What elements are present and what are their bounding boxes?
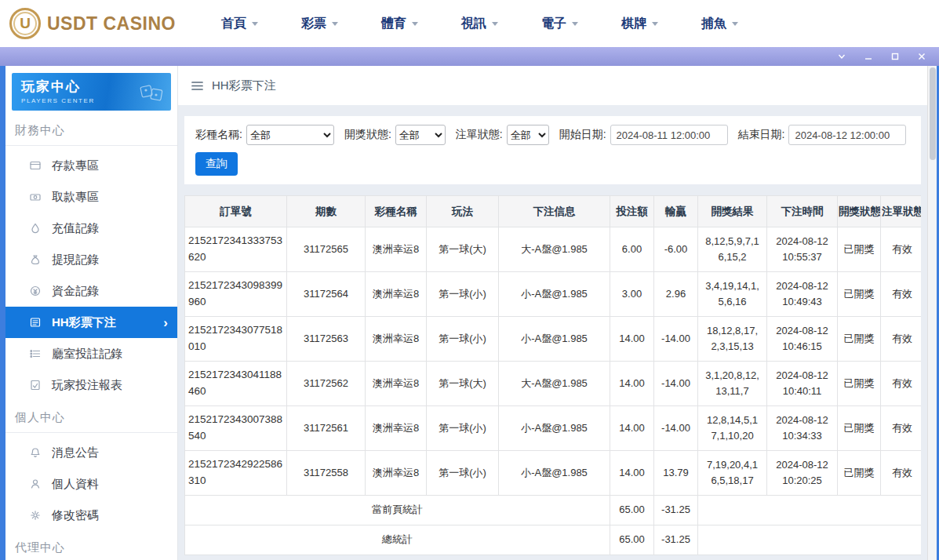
nav-item[interactable]: 棋牌 xyxy=(621,16,658,32)
cell-play: 第一球(小) xyxy=(427,317,499,362)
start-date-filter: 開始日期: xyxy=(559,125,728,145)
column-header: 開獎結果 xyxy=(698,196,767,227)
table-row: 215217234300738854031172561澳洲幸运8第一球(小)小-… xyxy=(185,406,922,451)
cell-order-status: 有效 xyxy=(881,317,922,362)
sidebar-item-room-records[interactable]: 廳室投註記錄 xyxy=(5,338,177,369)
breadcrumb: HH彩票下注 xyxy=(178,66,927,105)
cell-amount: 6.00 xyxy=(610,227,654,272)
cell-draw-status: 已開獎 xyxy=(838,272,881,317)
sidebar-item-deposit[interactable]: 存款專區 xyxy=(5,150,177,181)
sidebar-sections: 財務中心存款專區取款專區充值記錄提現記錄資金記錄HH彩票下注›廳室投註記錄玩家投… xyxy=(5,114,177,560)
vertical-scrollbar[interactable] xyxy=(927,66,937,560)
table-row: 215217234304118846031172562澳洲幸运8第一球(大)大-… xyxy=(185,362,922,406)
logo[interactable]: U USDT CASINO xyxy=(0,8,176,39)
cell-result: 12,8,14,5,17,1,10,20 xyxy=(698,406,767,451)
sidebar-item-label: 個人資料 xyxy=(52,477,168,492)
chevron-right-icon: › xyxy=(163,316,168,329)
summary-row: 總統計65.00-31.25 xyxy=(185,525,922,555)
sidebar-item-cashout[interactable]: 提現記錄 xyxy=(5,244,177,275)
sidebar-item-withdraw[interactable]: 取款專區 xyxy=(5,181,177,213)
cashout-icon xyxy=(29,253,42,266)
cell-play: 第一球(小) xyxy=(427,406,499,451)
filter-row: 彩種名稱: 全部 開獎狀態: 全部 注單狀態: 全部 xyxy=(195,125,910,145)
nav-item[interactable]: 視訊 xyxy=(461,16,498,32)
cell-winloss: -14.00 xyxy=(654,317,698,362)
cell-time: 2024-08-12 10:46:15 xyxy=(767,317,838,362)
sidebar-item-password[interactable]: 修改密碼 xyxy=(5,500,177,531)
sidebar-item-funds[interactable]: 資金記錄 xyxy=(5,275,177,307)
nav-item-label: 捕魚 xyxy=(701,16,726,32)
cell-lottery: 澳洲幸运8 xyxy=(366,272,427,317)
minimize-icon[interactable] xyxy=(864,47,873,66)
cell-draw-status: 已開獎 xyxy=(838,362,881,406)
table-row: 215217234292258631031172558澳洲幸运8第一球(小)小-… xyxy=(185,451,922,496)
withdraw-icon xyxy=(29,191,42,203)
order-status-select[interactable]: 全部 xyxy=(507,125,549,145)
sidebar-item-bell[interactable]: 消息公告 xyxy=(5,437,177,468)
cell-winloss: -6.00 xyxy=(654,227,698,272)
cell-time: 2024-08-12 10:20:25 xyxy=(767,451,838,496)
cell-result: 3,4,19,14,1,5,6,16 xyxy=(698,272,767,317)
search-button[interactable]: 查詢 xyxy=(195,152,238,176)
sidebar-item-recharge[interactable]: 充值記錄 xyxy=(5,213,177,244)
cell-order: 2152172343007388540 xyxy=(185,406,287,451)
close-icon[interactable] xyxy=(917,47,926,66)
sidebar-item-report[interactable]: 玩家投注報表 xyxy=(5,369,177,401)
page-title: HH彩票下注 xyxy=(212,78,276,93)
nav-item-label: 彩票 xyxy=(301,16,326,32)
summary-row: 當前頁統計65.00-31.25 xyxy=(185,496,922,525)
start-date-input[interactable] xyxy=(610,125,728,145)
sidebar-item-lottery[interactable]: HH彩票下注› xyxy=(5,307,177,338)
nav-item[interactable]: 首頁 xyxy=(221,16,258,32)
column-header: 投注額 xyxy=(610,196,654,227)
nav-item-label: 電子 xyxy=(541,16,566,32)
cell-play: 第一球(小) xyxy=(427,451,499,496)
cell-order: 2152172341333753620 xyxy=(185,227,287,272)
nav-item[interactable]: 捕魚 xyxy=(701,16,738,32)
nav-item[interactable]: 電子 xyxy=(541,16,578,32)
order-status-filter: 注單狀態: 全部 xyxy=(456,125,549,145)
cell-lottery: 澳洲幸运8 xyxy=(366,406,427,451)
nav-item[interactable]: 體育 xyxy=(381,16,418,32)
nav-item[interactable]: 彩票 xyxy=(301,16,338,32)
chevron-down-icon xyxy=(252,22,258,26)
sidebar-item-label: 修改密碼 xyxy=(52,508,168,523)
scrollbar-thumb[interactable] xyxy=(930,67,936,160)
order-status-label: 注單狀態: xyxy=(456,128,503,142)
cell-play: 第一球(小) xyxy=(427,272,499,317)
column-header: 下注信息 xyxy=(499,196,610,227)
cell-amount: 14.00 xyxy=(610,317,654,362)
column-header: 輸贏 xyxy=(654,196,698,227)
chevron-down-icon[interactable] xyxy=(837,47,846,66)
password-icon xyxy=(29,509,42,522)
maximize-icon[interactable] xyxy=(890,47,900,66)
hamburger-icon[interactable] xyxy=(191,79,204,93)
summary-empty-cell xyxy=(698,496,922,525)
table-row: 215217234307751801031172563澳洲幸运8第一球(小)小-… xyxy=(185,317,922,362)
column-header: 下注時間 xyxy=(767,196,838,227)
draw-status-select[interactable]: 全部 xyxy=(395,125,446,145)
cell-period: 31172563 xyxy=(287,317,366,362)
cell-amount: 3.00 xyxy=(610,272,654,317)
bets-table: 訂單號期數彩種名稱玩法下注信息投注額輸贏開獎結果下注時間開獎狀態注單狀態 215… xyxy=(184,195,921,555)
funds-icon xyxy=(29,285,42,297)
lottery-name-filter: 彩種名稱: 全部 xyxy=(195,125,334,145)
table-header-row: 訂單號期數彩種名稱玩法下注信息投注額輸贏開獎結果下注時間開獎狀態注單狀態 xyxy=(185,196,922,227)
logo-icon: U xyxy=(9,8,41,39)
sidebar: 玩家中心 PLAYERS CENTER 財務中心存款專區取款專區充值記錄提現記錄… xyxy=(5,66,178,560)
cell-order-status: 有效 xyxy=(881,227,922,272)
nav-item-label: 視訊 xyxy=(461,16,486,32)
lottery-name-select[interactable]: 全部 xyxy=(246,125,334,145)
column-header: 訂單號 xyxy=(185,196,287,227)
recharge-icon xyxy=(29,222,42,235)
bell-icon xyxy=(29,446,42,459)
cell-winloss: 13.79 xyxy=(654,451,698,496)
nav-item-label: 首頁 xyxy=(221,16,246,32)
sidebar-item-profile[interactable]: 個人資料 xyxy=(5,468,177,500)
top-navigation: U USDT CASINO 首頁彩票體育視訊電子棋牌捕魚 xyxy=(0,0,939,47)
cell-result: 7,19,20,4,16,5,18,17 xyxy=(698,451,767,496)
column-header: 彩種名稱 xyxy=(366,196,427,227)
end-date-input[interactable] xyxy=(788,125,906,145)
column-header: 期數 xyxy=(287,196,366,227)
cell-lottery: 澳洲幸运8 xyxy=(366,227,427,272)
